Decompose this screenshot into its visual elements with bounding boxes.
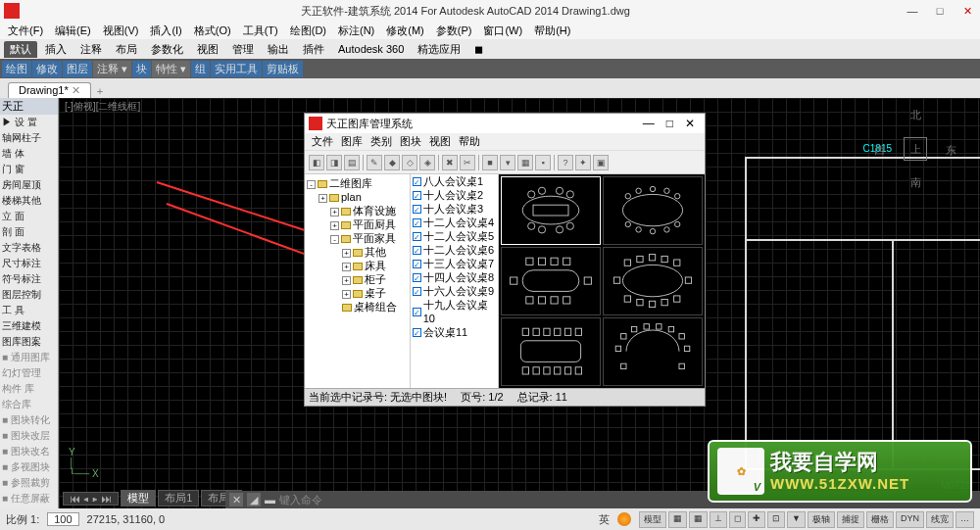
minimize-button[interactable]: —: [904, 5, 921, 18]
close-button[interactable]: ✕: [958, 5, 976, 18]
list-item[interactable]: 十六人会议桌9: [411, 284, 498, 298]
menu-modify[interactable]: 修改(M): [382, 24, 428, 38]
ime-icon[interactable]: [617, 512, 631, 526]
list-item[interactable]: 十人会议桌3: [411, 202, 498, 216]
side-item[interactable]: ■ 图块改名: [0, 444, 58, 459]
toolbar-button[interactable]: ✦: [575, 155, 591, 170]
menu-file[interactable]: 文件(F): [4, 24, 47, 38]
thumb-5[interactable]: [501, 317, 601, 386]
side-item[interactable]: ■ 多视图块: [0, 459, 58, 475]
list-item[interactable]: 十三人会议桌7: [411, 257, 498, 270]
panel-layers[interactable]: 图层: [63, 61, 92, 77]
tab-a360[interactable]: Autodesk 360: [332, 42, 410, 56]
panel-group[interactable]: 组: [191, 61, 210, 77]
compass-east[interactable]: 东: [946, 143, 956, 158]
side-item[interactable]: ■ 任意屏蔽: [0, 491, 58, 506]
scale-value[interactable]: 100: [47, 512, 78, 526]
side-item[interactable]: 工 具: [0, 303, 58, 318]
menu-param[interactable]: 参数(P): [432, 24, 476, 38]
toolbar-button[interactable]: ◧: [309, 155, 324, 170]
ime-indicator[interactable]: 英: [599, 512, 610, 527]
toolbar-button[interactable]: ◈: [419, 155, 435, 170]
side-item[interactable]: 轴网柱子: [0, 130, 58, 146]
tab-extra[interactable]: ◼: [468, 42, 489, 57]
dmenu-file[interactable]: 文件: [309, 134, 336, 149]
toolbar-button[interactable]: ▪: [535, 155, 551, 170]
status-toggle[interactable]: ⊡: [767, 511, 785, 528]
tab-view[interactable]: 视图: [191, 41, 224, 58]
menu-window[interactable]: 窗口(W): [479, 24, 526, 38]
list-item[interactable]: 十四人会议桌8: [411, 270, 498, 284]
side-item[interactable]: 三维建模: [0, 318, 58, 334]
category-tree[interactable]: -二维图库+plan+体育设施+平面厨具-平面家具+其他+床具+柜子+桌子桌椅组…: [305, 174, 411, 388]
list-item[interactable]: 八人会议桌1: [411, 174, 498, 188]
side-item[interactable]: 图层控制: [0, 287, 58, 303]
panel-block[interactable]: 块: [132, 61, 151, 77]
doc-tab-drawing1[interactable]: Drawing1* ✕: [8, 82, 91, 98]
toolbar-button[interactable]: ✂: [460, 155, 475, 170]
side-item[interactable]: 综合库: [0, 397, 58, 412]
panel-clipboard[interactable]: 剪贴板: [263, 61, 303, 77]
side-item[interactable]: 房间屋顶: [0, 177, 58, 193]
side-item[interactable]: 立 面: [0, 209, 58, 224]
panel-annot[interactable]: 注释 ▾: [93, 61, 131, 77]
status-toggle[interactable]: 线宽: [926, 511, 954, 528]
tab-plugin[interactable]: 插件: [297, 41, 330, 58]
tab-insert[interactable]: 插入: [39, 41, 73, 58]
side-item[interactable]: ■ 图块转化: [0, 412, 58, 428]
compass-south[interactable]: 南: [874, 175, 956, 190]
layout-model[interactable]: 模型: [121, 490, 156, 506]
side-item[interactable]: 墙 体: [0, 146, 58, 162]
menu-tools[interactable]: 工具(T): [239, 24, 282, 38]
menu-view[interactable]: 视图(V): [99, 24, 143, 38]
side-item[interactable]: 尺寸标注: [0, 256, 58, 271]
side-item[interactable]: ■ 图块改层: [0, 428, 58, 444]
menu-help[interactable]: 帮助(H): [530, 24, 574, 38]
toolbar-button[interactable]: ◨: [326, 155, 342, 170]
tab-default[interactable]: 默认: [4, 41, 37, 58]
toolbar-button[interactable]: ▦: [517, 155, 533, 170]
layout-1[interactable]: 布局1: [158, 490, 199, 506]
list-item[interactable]: 会议桌11: [411, 325, 498, 339]
list-item[interactable]: 十二人会议桌5: [411, 229, 498, 243]
list-item[interactable]: 十二人会议桌4: [411, 216, 498, 229]
status-toggle[interactable]: ◻: [729, 511, 746, 528]
compass-west[interactable]: 西: [874, 143, 885, 158]
panel-modify[interactable]: 修改: [32, 61, 62, 77]
tree-node[interactable]: +plan: [307, 190, 408, 204]
tree-node[interactable]: 桌椅组合: [307, 300, 408, 313]
list-item[interactable]: 十二人会议桌6: [411, 243, 498, 257]
toolbar-button[interactable]: ▣: [593, 155, 609, 170]
side-item[interactable]: 图库图案: [0, 334, 58, 350]
thumb-6[interactable]: [603, 317, 703, 386]
cmd-expand-icon[interactable]: ◢: [247, 493, 261, 506]
side-item[interactable]: 符号标注: [0, 271, 58, 287]
thumb-2[interactable]: [603, 176, 703, 245]
tree-node[interactable]: +体育设施: [307, 204, 408, 217]
side-item[interactable]: 楼梯其他: [0, 193, 58, 209]
panel-utils[interactable]: 实用工具: [211, 61, 262, 77]
menu-format[interactable]: 格式(O): [190, 24, 235, 38]
list-item[interactable]: 十九人会议桌10: [411, 298, 498, 325]
tab-annotate[interactable]: 注释: [74, 41, 108, 58]
maximize-button[interactable]: □: [931, 5, 949, 18]
thumbnail-grid[interactable]: [499, 174, 705, 388]
side-item[interactable]: 构件 库: [0, 381, 58, 397]
tree-node[interactable]: -平面家具: [307, 231, 408, 245]
toolbar-button[interactable]: ■: [482, 155, 498, 170]
compass-north[interactable]: 北: [874, 108, 956, 122]
list-item[interactable]: 十人会议桌2: [411, 188, 498, 202]
tree-node[interactable]: -二维图库: [307, 176, 408, 190]
status-toggle[interactable]: …: [956, 511, 974, 528]
status-toggle[interactable]: ✚: [748, 511, 765, 528]
dialog-close[interactable]: ✕: [679, 117, 701, 130]
tree-node[interactable]: +床具: [307, 259, 408, 272]
side-item[interactable]: ▶ 设 置: [0, 115, 58, 130]
side-item[interactable]: 门 窗: [0, 162, 58, 177]
status-toggle[interactable]: 极轴: [808, 511, 835, 528]
toolbar-button[interactable]: ▾: [500, 155, 515, 170]
menu-insert[interactable]: 插入(I): [146, 24, 185, 38]
status-toggle[interactable]: DYN: [896, 511, 924, 528]
side-item[interactable]: ■ 参照裁剪: [0, 475, 58, 491]
status-toggle[interactable]: 模型: [639, 511, 666, 528]
